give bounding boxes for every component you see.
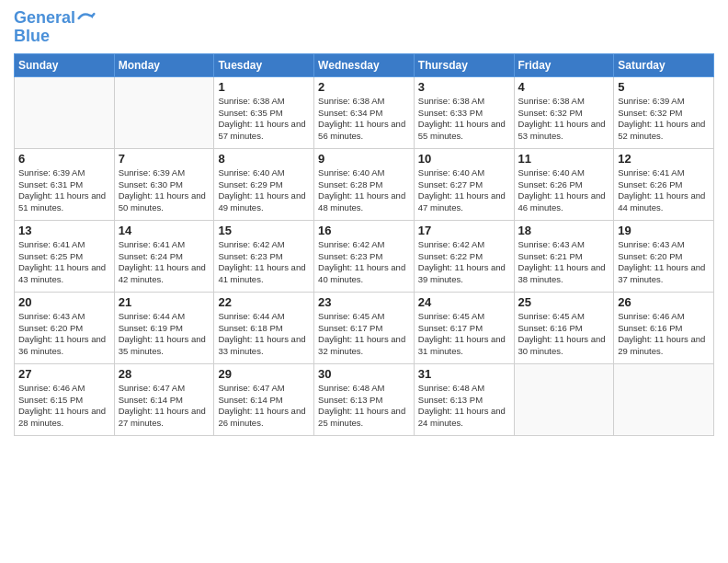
calendar-table: SundayMondayTuesdayWednesdayThursdayFrid… [14,53,714,436]
cell-info: Sunrise: 6:42 AM Sunset: 6:23 PM Dayligh… [318,239,410,286]
day-number: 3 [418,80,510,94]
cell-info: Sunrise: 6:39 AM Sunset: 6:32 PM Dayligh… [618,96,710,143]
cell-info: Sunrise: 6:42 AM Sunset: 6:23 PM Dayligh… [218,239,310,286]
day-number: 10 [418,152,510,166]
calendar-cell: 16Sunrise: 6:42 AM Sunset: 6:23 PM Dayli… [314,220,415,292]
calendar-cell [514,363,614,435]
cell-info: Sunrise: 6:38 AM Sunset: 6:32 PM Dayligh… [518,96,610,143]
cell-info: Sunrise: 6:45 AM Sunset: 6:17 PM Dayligh… [418,311,510,358]
calendar-cell: 30Sunrise: 6:48 AM Sunset: 6:13 PM Dayli… [314,363,415,435]
day-number: 2 [318,80,410,94]
day-number: 9 [318,152,410,166]
logo-text: General [14,9,75,28]
day-number: 26 [618,295,710,309]
calendar-cell: 25Sunrise: 6:45 AM Sunset: 6:16 PM Dayli… [514,292,614,363]
cell-info: Sunrise: 6:48 AM Sunset: 6:13 PM Dayligh… [318,383,410,430]
calendar-cell: 26Sunrise: 6:46 AM Sunset: 6:16 PM Dayli… [614,292,714,363]
cell-info: Sunrise: 6:42 AM Sunset: 6:22 PM Dayligh… [418,239,510,286]
week-row-4: 20Sunrise: 6:43 AM Sunset: 6:20 PM Dayli… [15,292,714,363]
day-number: 11 [518,152,610,166]
calendar-cell: 15Sunrise: 6:42 AM Sunset: 6:23 PM Dayli… [214,220,314,292]
calendar-cell: 22Sunrise: 6:44 AM Sunset: 6:18 PM Dayli… [214,292,314,363]
day-number: 27 [18,367,110,381]
weekday-header-sunday: Sunday [15,53,115,76]
day-number: 4 [518,80,610,94]
day-number: 28 [119,367,210,381]
cell-info: Sunrise: 6:47 AM Sunset: 6:14 PM Dayligh… [119,383,210,430]
logo: General Blue [14,9,96,46]
weekday-header-wednesday: Wednesday [314,53,415,76]
calendar-cell: 17Sunrise: 6:42 AM Sunset: 6:22 PM Dayli… [414,220,514,292]
cell-info: Sunrise: 6:45 AM Sunset: 6:16 PM Dayligh… [518,311,610,358]
calendar-cell: 1Sunrise: 6:38 AM Sunset: 6:35 PM Daylig… [214,76,314,148]
day-number: 24 [418,295,510,309]
calendar-cell: 3Sunrise: 6:38 AM Sunset: 6:33 PM Daylig… [414,76,514,148]
calendar-cell [15,76,115,148]
weekday-header-monday: Monday [114,53,214,76]
cell-info: Sunrise: 6:45 AM Sunset: 6:17 PM Dayligh… [318,311,410,358]
cell-info: Sunrise: 6:43 AM Sunset: 6:20 PM Dayligh… [18,311,110,358]
cell-info: Sunrise: 6:46 AM Sunset: 6:15 PM Dayligh… [18,383,110,430]
cell-info: Sunrise: 6:39 AM Sunset: 6:30 PM Dayligh… [119,167,210,214]
calendar-cell: 27Sunrise: 6:46 AM Sunset: 6:15 PM Dayli… [15,363,115,435]
cell-info: Sunrise: 6:40 AM Sunset: 6:28 PM Dayligh… [318,167,410,214]
weekday-header-row: SundayMondayTuesdayWednesdayThursdayFrid… [15,53,714,76]
weekday-header-tuesday: Tuesday [214,53,314,76]
day-number: 12 [618,152,710,166]
week-row-1: 1Sunrise: 6:38 AM Sunset: 6:35 PM Daylig… [15,76,714,148]
week-row-3: 13Sunrise: 6:41 AM Sunset: 6:25 PM Dayli… [15,220,714,292]
cell-info: Sunrise: 6:41 AM Sunset: 6:25 PM Dayligh… [18,239,110,286]
calendar-cell: 31Sunrise: 6:48 AM Sunset: 6:13 PM Dayli… [414,363,514,435]
weekday-header-thursday: Thursday [414,53,514,76]
week-row-2: 6Sunrise: 6:39 AM Sunset: 6:31 PM Daylig… [15,148,714,220]
day-number: 17 [418,224,510,237]
day-number: 22 [218,295,310,309]
day-number: 15 [218,224,310,237]
cell-info: Sunrise: 6:41 AM Sunset: 6:26 PM Dayligh… [618,167,710,214]
calendar-cell: 9Sunrise: 6:40 AM Sunset: 6:28 PM Daylig… [314,148,415,220]
calendar-cell: 29Sunrise: 6:47 AM Sunset: 6:14 PM Dayli… [214,363,314,435]
cell-info: Sunrise: 6:48 AM Sunset: 6:13 PM Dayligh… [418,383,510,430]
day-number: 6 [18,152,110,166]
day-number: 5 [618,80,710,94]
calendar-cell: 23Sunrise: 6:45 AM Sunset: 6:17 PM Dayli… [314,292,415,363]
calendar-cell [114,76,214,148]
cell-info: Sunrise: 6:39 AM Sunset: 6:31 PM Dayligh… [18,167,110,214]
logo-blue: Blue [14,28,96,46]
calendar-cell: 10Sunrise: 6:40 AM Sunset: 6:27 PM Dayli… [414,148,514,220]
calendar-cell: 14Sunrise: 6:41 AM Sunset: 6:24 PM Dayli… [114,220,214,292]
calendar-cell: 11Sunrise: 6:40 AM Sunset: 6:26 PM Dayli… [514,148,614,220]
header: General Blue [14,9,714,46]
day-number: 8 [218,152,310,166]
calendar-cell: 12Sunrise: 6:41 AM Sunset: 6:26 PM Dayli… [614,148,714,220]
day-number: 1 [218,80,310,94]
cell-info: Sunrise: 6:38 AM Sunset: 6:34 PM Dayligh… [318,96,410,143]
day-number: 31 [418,367,510,381]
cell-info: Sunrise: 6:44 AM Sunset: 6:18 PM Dayligh… [218,311,310,358]
calendar-cell: 18Sunrise: 6:43 AM Sunset: 6:21 PM Dayli… [514,220,614,292]
day-number: 14 [119,224,210,237]
cell-info: Sunrise: 6:47 AM Sunset: 6:14 PM Dayligh… [218,383,310,430]
week-row-5: 27Sunrise: 6:46 AM Sunset: 6:15 PM Dayli… [15,363,714,435]
weekday-header-friday: Friday [514,53,614,76]
day-number: 30 [318,367,410,381]
cell-info: Sunrise: 6:40 AM Sunset: 6:26 PM Dayligh… [518,167,610,214]
day-number: 25 [518,295,610,309]
calendar-cell: 6Sunrise: 6:39 AM Sunset: 6:31 PM Daylig… [15,148,115,220]
day-number: 21 [119,295,210,309]
logo-icon [77,9,96,28]
day-number: 16 [318,224,410,237]
cell-info: Sunrise: 6:40 AM Sunset: 6:27 PM Dayligh… [418,167,510,214]
cell-info: Sunrise: 6:38 AM Sunset: 6:33 PM Dayligh… [418,96,510,143]
cell-info: Sunrise: 6:44 AM Sunset: 6:19 PM Dayligh… [119,311,210,358]
day-number: 19 [618,224,710,237]
calendar-cell: 28Sunrise: 6:47 AM Sunset: 6:14 PM Dayli… [114,363,214,435]
cell-info: Sunrise: 6:41 AM Sunset: 6:24 PM Dayligh… [119,239,210,286]
cell-info: Sunrise: 6:38 AM Sunset: 6:35 PM Dayligh… [218,96,310,143]
day-number: 23 [318,295,410,309]
cell-info: Sunrise: 6:43 AM Sunset: 6:20 PM Dayligh… [618,239,710,286]
page: General Blue SundayMondayTuesdayWednesda… [0,0,728,563]
cell-info: Sunrise: 6:46 AM Sunset: 6:16 PM Dayligh… [618,311,710,358]
calendar-cell: 7Sunrise: 6:39 AM Sunset: 6:30 PM Daylig… [114,148,214,220]
cell-info: Sunrise: 6:40 AM Sunset: 6:29 PM Dayligh… [218,167,310,214]
